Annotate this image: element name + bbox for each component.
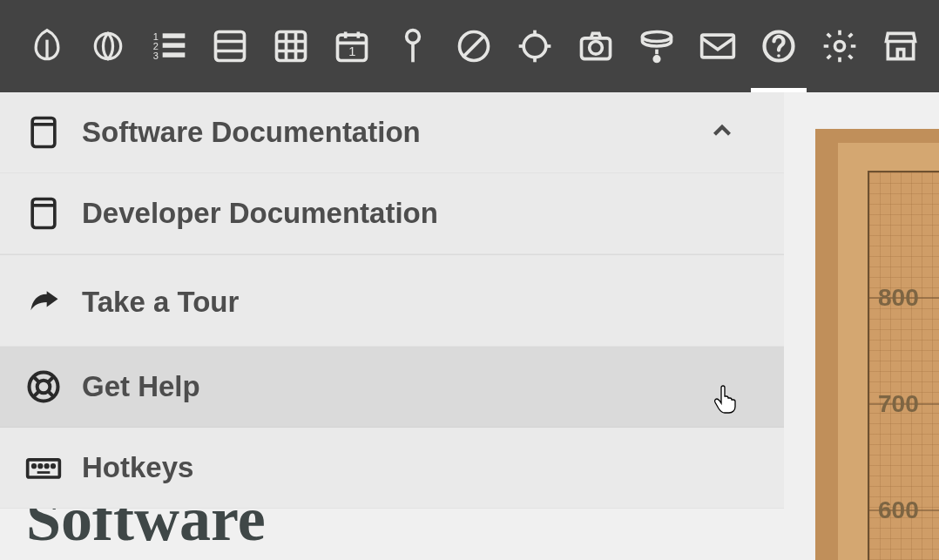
list-icon[interactable] xyxy=(209,25,251,67)
svg-rect-4 xyxy=(163,33,186,38)
help-icon[interactable] xyxy=(758,25,800,67)
svg-rect-37 xyxy=(32,118,55,147)
dropdown-item-label: Developer Documentation xyxy=(82,197,438,230)
no-sensor-icon[interactable] xyxy=(453,25,495,67)
keyboard-icon xyxy=(23,447,64,489)
svg-rect-6 xyxy=(163,52,186,57)
calendar-icon[interactable]: 1 xyxy=(331,25,373,67)
svg-point-30 xyxy=(643,32,672,42)
leaf-icon[interactable] xyxy=(26,25,68,67)
developer-documentation-item[interactable]: Developer Documentation xyxy=(0,173,784,254)
numbered-list-icon[interactable]: 123 xyxy=(148,25,190,67)
grid-icon[interactable] xyxy=(270,25,312,67)
dropdown-item-label: Get Help xyxy=(82,370,200,403)
svg-line-46 xyxy=(49,392,54,397)
svg-point-23 xyxy=(524,35,546,57)
camera-icon[interactable] xyxy=(575,25,617,67)
svg-point-36 xyxy=(835,42,845,51)
svg-point-0 xyxy=(95,33,120,58)
svg-rect-39 xyxy=(32,199,55,228)
dropdown-item-label: Software Documentation xyxy=(82,116,421,149)
get-help-item[interactable]: Get Help xyxy=(0,347,784,428)
book-icon xyxy=(23,111,64,153)
shop-icon[interactable] xyxy=(880,25,922,67)
svg-line-45 xyxy=(33,392,38,397)
garden-bed-visualization[interactable]: 800 700 600 xyxy=(815,129,939,560)
arrow-share-icon xyxy=(23,281,64,323)
svg-point-42 xyxy=(37,381,51,394)
take-a-tour-item[interactable]: Take a Tour xyxy=(0,254,784,347)
svg-point-51 xyxy=(52,465,55,468)
book-icon xyxy=(23,192,64,234)
software-documentation-item[interactable]: Software Documentation xyxy=(0,92,784,173)
svg-point-48 xyxy=(33,465,36,468)
svg-point-29 xyxy=(590,42,603,55)
axis-tick-label: 800 xyxy=(878,284,919,312)
life-ring-icon xyxy=(23,366,64,408)
svg-rect-33 xyxy=(702,35,734,57)
svg-point-49 xyxy=(39,465,42,468)
hotkeys-item[interactable]: Hotkeys xyxy=(0,428,784,509)
svg-point-35 xyxy=(777,54,780,57)
pin-icon[interactable] xyxy=(392,25,434,67)
svg-text:3: 3 xyxy=(153,51,159,61)
svg-line-44 xyxy=(49,376,54,381)
svg-point-20 xyxy=(407,30,420,44)
top-navigation: 123 1 xyxy=(0,0,939,92)
svg-rect-5 xyxy=(163,43,186,48)
garden-icon[interactable] xyxy=(87,25,129,67)
dropdown-item-label: Take a Tour xyxy=(82,286,239,319)
target-icon[interactable] xyxy=(514,25,556,67)
chevron-up-icon xyxy=(707,116,737,149)
help-dropdown-panel: Software Documentation Developer Documen… xyxy=(0,92,784,509)
axis-tick-label: 700 xyxy=(878,390,919,418)
svg-point-50 xyxy=(45,465,48,468)
svg-text:1: 1 xyxy=(348,44,355,58)
gear-icon[interactable] xyxy=(819,25,861,67)
svg-rect-10 xyxy=(277,32,306,61)
svg-line-43 xyxy=(33,376,38,381)
mail-icon[interactable] xyxy=(697,25,739,67)
svg-point-32 xyxy=(654,57,659,62)
dropdown-item-label: Hotkeys xyxy=(82,451,193,484)
svg-rect-7 xyxy=(216,32,245,61)
water-icon[interactable] xyxy=(636,25,678,67)
svg-line-22 xyxy=(463,35,485,57)
axis-tick-label: 600 xyxy=(878,496,919,524)
svg-rect-47 xyxy=(28,460,60,477)
